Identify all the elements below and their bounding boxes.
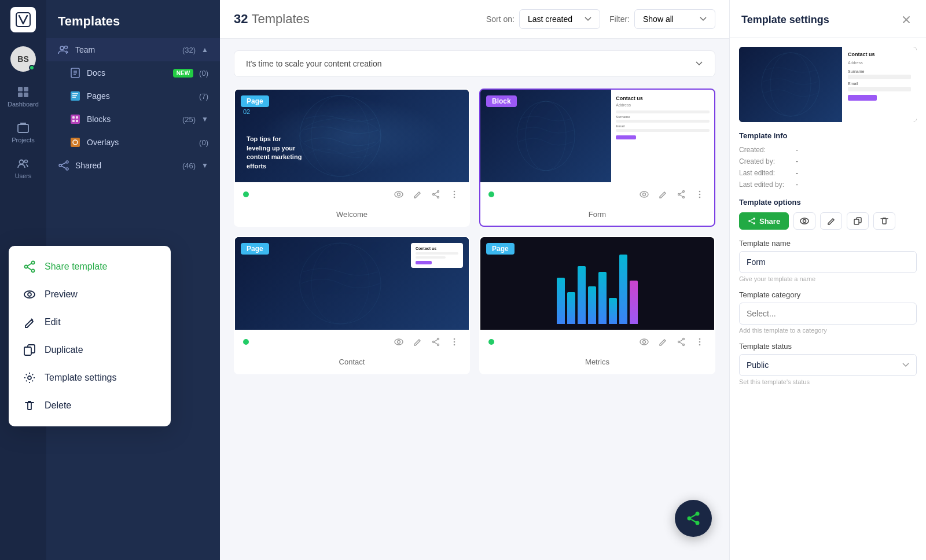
template-card-contact[interactable]: Contact us Page: [234, 236, 470, 374]
svg-point-46: [398, 341, 400, 344]
delete-button[interactable]: [873, 212, 895, 230]
template-card-metrics[interactable]: Page: [479, 236, 715, 374]
edit-icon[interactable]: [656, 336, 669, 348]
template-tag-page: Page: [486, 243, 515, 255]
filter-select[interactable]: Show all: [634, 9, 715, 29]
template-name-metrics: Metrics: [480, 354, 714, 373]
edit-icon[interactable]: [656, 188, 669, 201]
filter-value: Show all: [643, 14, 695, 24]
svg-point-19: [66, 161, 68, 163]
eye-icon[interactable]: [638, 188, 651, 201]
close-button[interactable]: [898, 12, 914, 28]
share-icon[interactable]: [675, 188, 688, 201]
share-icon: [748, 217, 756, 225]
template-status-select[interactable]: Public Private Draft: [739, 354, 917, 376]
template-card-welcome[interactable]: 01 02 Top tips for leveling up your cont…: [234, 89, 470, 227]
eye-icon[interactable]: [392, 188, 405, 201]
template-tag-page: Page: [241, 95, 269, 107]
svg-point-38: [678, 194, 680, 196]
sidebar-item-team[interactable]: Team (32) ▲: [46, 38, 220, 61]
sidebar-item-projects[interactable]: Projects: [5, 117, 42, 148]
duplicate-icon: [853, 216, 862, 226]
app-logo[interactable]: [10, 7, 36, 32]
avatar[interactable]: BS: [10, 46, 36, 72]
edit-icon[interactable]: [411, 188, 424, 201]
chevron-down-icon: [585, 17, 591, 21]
right-panel: Template settings Contact us Address Sur…: [729, 0, 926, 560]
template-name-input[interactable]: [739, 251, 917, 273]
pages-icon: [69, 90, 81, 102]
svg-point-21: [66, 168, 68, 170]
blocks-icon: [69, 113, 81, 125]
sidebar-item-dashboard[interactable]: Dashboard: [5, 81, 42, 112]
share-button[interactable]: Share: [739, 212, 789, 230]
scale-banner[interactable]: It's time to scale your content creation: [234, 50, 715, 77]
svg-point-35: [640, 191, 648, 197]
filter-group: Filter: Show all: [609, 9, 715, 29]
share-icon[interactable]: [675, 336, 688, 348]
context-settings-label: Template settings: [45, 373, 117, 383]
svg-point-56: [678, 341, 680, 343]
template-thumb-contact: Contact us Page: [235, 237, 469, 330]
fab-share-button[interactable]: [675, 500, 712, 537]
sidebar-item-label: Users: [15, 172, 32, 179]
share-icon[interactable]: [429, 336, 442, 348]
edit-icon: [826, 216, 836, 226]
docs-icon: [69, 67, 81, 79]
template-category-input[interactable]: [739, 303, 917, 325]
duplicate-button[interactable]: [847, 212, 869, 230]
last-edited-by-value: -: [796, 180, 798, 189]
edit-icon[interactable]: [411, 336, 424, 348]
svg-point-68: [28, 376, 31, 380]
template-name-hint: Give your template a name: [739, 275, 917, 282]
svg-point-64: [24, 291, 35, 298]
context-delete[interactable]: Delete: [9, 392, 171, 419]
svg-point-20: [59, 164, 61, 167]
context-duplicate-label: Duplicate: [45, 345, 83, 355]
template-footer-welcome: [235, 182, 469, 207]
options-section-title: Template options: [739, 198, 917, 207]
status-indicator: [243, 339, 249, 345]
filter-label: Filter:: [609, 14, 630, 24]
svg-point-28: [433, 194, 435, 196]
sidebar-item-users[interactable]: Users: [5, 153, 42, 184]
chevron-up-icon: ▲: [201, 46, 208, 54]
context-preview[interactable]: Preview: [9, 281, 171, 308]
more-icon[interactable]: [448, 188, 461, 201]
more-icon[interactable]: [448, 336, 461, 348]
eye-icon[interactable]: [638, 336, 651, 348]
template-status-hint: Set this template's status: [739, 378, 917, 385]
more-icon[interactable]: [693, 336, 706, 348]
eye-icon[interactable]: [392, 336, 405, 348]
context-share[interactable]: Share template: [9, 253, 171, 281]
dashboard-icon: [17, 86, 30, 98]
svg-rect-16: [76, 120, 78, 122]
last-edited-by-label: Last edited by:: [739, 180, 791, 189]
template-status-group: Template status Public Private Draft Set…: [739, 342, 917, 385]
svg-point-60: [699, 344, 701, 346]
svg-rect-13: [72, 116, 75, 119]
sidebar-item-pages[interactable]: Pages (7): [46, 84, 220, 108]
template-card-form[interactable]: Contact us Address Surname Email Block: [479, 89, 715, 227]
more-icon[interactable]: [693, 188, 706, 201]
svg-rect-4: [24, 93, 28, 97]
sidebar-item-docs[interactable]: Docs New (0): [46, 61, 220, 84]
svg-point-24: [300, 119, 381, 153]
context-edit[interactable]: Edit: [9, 308, 171, 336]
sort-select[interactable]: Last created: [519, 9, 600, 29]
preview-button[interactable]: [793, 212, 815, 230]
share-icon[interactable]: [429, 188, 442, 201]
sort-label: Sort on:: [486, 14, 515, 24]
svg-point-58: [699, 338, 701, 340]
template-thumb-form: Contact us Address Surname Email Block: [480, 90, 714, 182]
sidebar-item-overlays[interactable]: Overlays (0): [46, 131, 220, 154]
sort-value: Last created: [528, 14, 580, 24]
edit-button[interactable]: [820, 212, 842, 230]
sidebar-item-shared[interactable]: Shared (46) ▼: [46, 154, 220, 177]
users-icon: [17, 157, 30, 170]
sidebar-item-blocks[interactable]: Blocks (25) ▼: [46, 108, 220, 131]
context-settings[interactable]: Template settings: [9, 364, 171, 392]
template-name-contact: Contact: [235, 354, 469, 373]
context-duplicate[interactable]: Duplicate: [9, 336, 171, 364]
chevron-down-icon: ▼: [201, 161, 208, 170]
